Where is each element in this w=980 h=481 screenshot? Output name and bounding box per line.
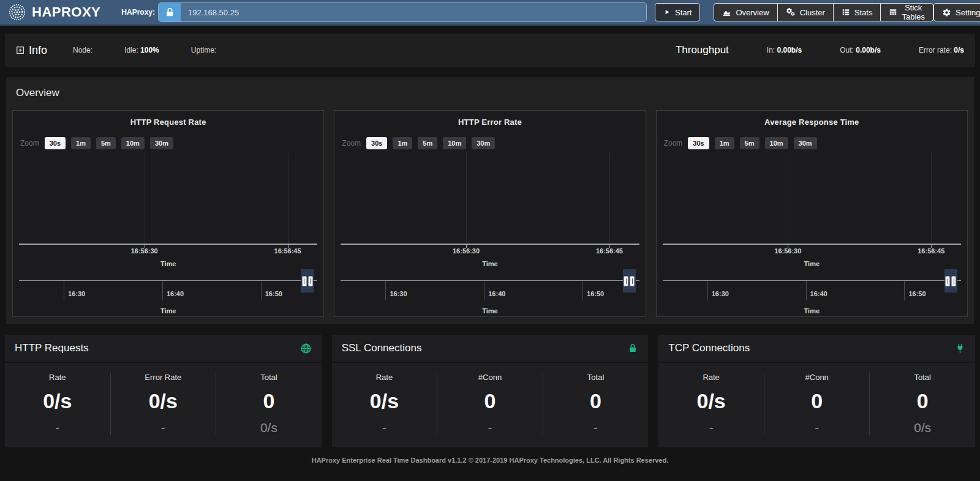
- chart-title: Average Response Time: [662, 117, 962, 127]
- plot-area[interactable]: [341, 153, 639, 245]
- table-icon: [889, 8, 897, 17]
- zoom-30s-button[interactable]: 30s: [688, 137, 709, 149]
- card-header: SSL Connections: [332, 335, 649, 363]
- navigator-grip-left[interactable]: [624, 276, 628, 286]
- stat-col-rate: Rate 0/s -: [332, 373, 438, 435]
- stat-cards-row: HTTP Requests Rate 0/s - Error Rate 0/s …: [5, 335, 975, 447]
- zoom-controls: Zoom 30s 1m 5m 10m 30m: [20, 137, 318, 149]
- tab-overview[interactable]: Overview: [714, 3, 777, 21]
- area-chart-icon: [722, 8, 731, 17]
- host-input[interactable]: [181, 3, 646, 21]
- navigator-tick: [806, 281, 807, 300]
- tab-stats[interactable]: Stats: [833, 3, 881, 21]
- gridline: [466, 153, 467, 244]
- node-field: Node:: [73, 46, 92, 54]
- zoom-30s-button[interactable]: 30s: [45, 137, 66, 149]
- zoom-5m-button[interactable]: 5m: [418, 137, 437, 149]
- throughput-error-rate: Error rate: 0/s: [919, 46, 964, 54]
- card-header: TCP Connections: [658, 335, 975, 363]
- host-input-group: [159, 3, 646, 21]
- overview-panel: Overview HTTP Request Rate Zoom 30s 1m 5…: [6, 77, 974, 324]
- stat-col-rate: Rate 0/s -: [658, 373, 764, 435]
- chart-navigator[interactable]: 16:30 16:40 16:50 Time: [341, 280, 639, 315]
- tab-stick-tables[interactable]: Stick Tables: [880, 3, 933, 21]
- zoom-label: Zoom: [20, 139, 39, 147]
- navigator-grip-left[interactable]: [302, 276, 307, 286]
- card-body: Rate 0/s - #Conn 0 - Total 0 -: [332, 363, 649, 447]
- chart-average-response-time: Average Response Time Zoom 30s 1m 5m 10m…: [656, 110, 968, 317]
- navigator-grip-right[interactable]: [630, 276, 635, 286]
- navigator-tick: [484, 281, 484, 300]
- zoom-1m-button[interactable]: 1m: [393, 137, 412, 149]
- info-fields: Node: Idle: 100% Uptime:: [73, 46, 216, 54]
- stat-col-total: Total 0 0/s: [870, 373, 975, 435]
- chart-title: HTTP Error Rate: [339, 117, 640, 127]
- chart-navigator[interactable]: 16:30 16:40 16:50 Time: [19, 280, 317, 315]
- navigator-grip-left[interactable]: [945, 276, 950, 286]
- navigator-tick: [64, 281, 64, 300]
- navigator-grip-right[interactable]: [308, 276, 313, 286]
- card-body: Rate 0/s - #Conn 0 - Total 0 0/s: [658, 363, 975, 447]
- zoom-10m-button[interactable]: 10m: [443, 137, 466, 149]
- navigator-handle[interactable]: [623, 269, 636, 293]
- card-body: Rate 0/s - Error Rate 0/s - Total 0 0/s: [5, 363, 322, 447]
- card-title: SSL Connections: [342, 342, 422, 354]
- play-icon: [663, 9, 671, 16]
- zoom-30m-button[interactable]: 30m: [150, 137, 173, 149]
- chart-title: HTTP Request Rate: [18, 117, 318, 127]
- navigator-axis-title: Time: [663, 307, 961, 315]
- navigator-handle[interactable]: [944, 269, 957, 293]
- unlock-icon: [159, 3, 181, 21]
- gridline: [609, 153, 610, 244]
- navigator-handle[interactable]: [301, 269, 314, 293]
- zoom-5m-button[interactable]: 5m: [740, 137, 760, 149]
- gridline: [788, 153, 788, 244]
- zoom-30s-button[interactable]: 30s: [366, 137, 387, 149]
- plot-area[interactable]: [663, 153, 961, 245]
- info-bar: Info Node: Idle: 100% Uptime: Throughput…: [5, 34, 975, 67]
- settings-button[interactable]: Settings: [933, 3, 980, 21]
- navigator-tick: [261, 281, 262, 300]
- navigator-tick: [707, 281, 708, 300]
- zoom-10m-button[interactable]: 10m: [121, 137, 145, 149]
- zoom-30m-button[interactable]: 30m: [794, 137, 817, 149]
- uptime-field: Uptime:: [191, 46, 216, 54]
- footer-copyright: HAProxy Enterprise Real Time Dashboard v…: [0, 457, 980, 464]
- card-header: HTTP Requests: [5, 335, 322, 363]
- navigator-grip-right[interactable]: [951, 276, 956, 286]
- zoom-controls: Zoom 30s 1m 5m 10m 30m: [342, 137, 640, 149]
- stat-col-total: Total 0 0/s: [216, 373, 322, 435]
- zoom-controls: Zoom 30s 1m 5m 10m 30m: [664, 137, 962, 149]
- ssl-connections-card: SSL Connections Rate 0/s - #Conn 0 - Tot…: [332, 335, 649, 447]
- chart-http-request-rate: HTTP Request Rate Zoom 30s 1m 5m 10m 30m…: [12, 110, 324, 317]
- zoom-10m-button[interactable]: 10m: [765, 137, 788, 149]
- stat-col-rate: Rate 0/s -: [5, 373, 111, 435]
- zoom-label: Zoom: [664, 139, 683, 147]
- chart-http-error-rate: HTTP Error Rate Zoom 30s 1m 5m 10m 30m 1…: [334, 110, 646, 317]
- navigator-tick: [385, 281, 386, 300]
- start-button[interactable]: Start: [655, 3, 700, 21]
- info-toggle[interactable]: Info: [16, 44, 47, 57]
- expand-icon: [16, 46, 24, 54]
- plot-area[interactable]: [19, 153, 317, 245]
- chart-navigator[interactable]: 16:30 16:40 16:50 Time: [663, 280, 961, 315]
- nav-tabs: Overview Cluster Stats: [714, 3, 933, 21]
- gear-icon: [942, 8, 951, 17]
- idle-field: Idle: 100%: [124, 46, 159, 54]
- top-navbar: HAPROXY HAProxy: Start Overview: [0, 0, 980, 26]
- x-axis-title: Time: [662, 260, 962, 267]
- plug-icon: [955, 343, 965, 354]
- x-axis-title: Time: [339, 260, 640, 267]
- zoom-5m-button[interactable]: 5m: [96, 137, 116, 149]
- x-axis-labels: 16:56:30 16:56:45: [663, 247, 961, 258]
- card-title: TCP Connections: [668, 342, 750, 354]
- x-axis-labels: 16:56:30 16:56:45: [341, 247, 639, 258]
- card-title: HTTP Requests: [15, 342, 89, 354]
- zoom-1m-button[interactable]: 1m: [71, 137, 91, 149]
- tab-cluster[interactable]: Cluster: [777, 3, 834, 21]
- navigator-axis-title: Time: [341, 307, 639, 315]
- zoom-30m-button[interactable]: 30m: [472, 137, 495, 149]
- stat-col-total: Total 0 -: [543, 373, 649, 435]
- zoom-label: Zoom: [342, 139, 361, 147]
- zoom-1m-button[interactable]: 1m: [715, 137, 734, 149]
